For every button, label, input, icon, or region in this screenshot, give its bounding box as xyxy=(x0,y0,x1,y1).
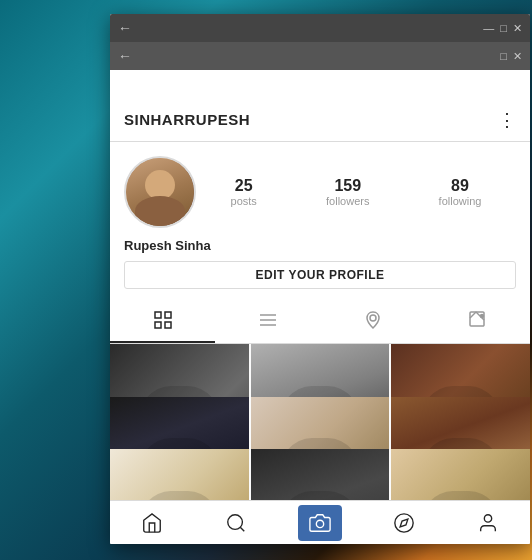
tab-location-view[interactable] xyxy=(320,299,425,343)
followers-count: 159 xyxy=(326,177,369,195)
outer-window: ← — □ ✕ ← □ ✕ SINHARRUPESH ⋮ xyxy=(110,14,530,544)
svg-marker-14 xyxy=(400,519,408,527)
inner-maximize-button[interactable]: □ xyxy=(500,50,507,63)
nav-search[interactable] xyxy=(214,501,258,545)
bottom-navbar xyxy=(110,500,530,544)
top-navbar: SINHARRUPESH ⋮ xyxy=(110,98,530,142)
profile-section: 25 posts 159 followers 89 following R xyxy=(110,142,530,299)
view-tabs xyxy=(110,299,530,344)
following-stat[interactable]: 89 following xyxy=(439,177,482,207)
svg-point-12 xyxy=(316,520,323,527)
following-count: 89 xyxy=(439,177,482,195)
avatar xyxy=(124,156,196,228)
photo-grid xyxy=(110,344,530,500)
svg-point-9 xyxy=(480,315,483,318)
svg-point-10 xyxy=(228,514,243,529)
posts-label: posts xyxy=(231,195,257,207)
stats-container: 25 posts 159 followers 89 following xyxy=(196,177,516,207)
nav-explore[interactable] xyxy=(382,501,426,545)
edit-profile-button[interactable]: EDIT YOUR PROFILE xyxy=(124,261,516,289)
svg-rect-3 xyxy=(165,322,171,328)
svg-rect-0 xyxy=(155,312,161,318)
inner-close-button[interactable]: ✕ xyxy=(513,50,522,63)
outer-window-controls: — □ ✕ xyxy=(483,22,522,35)
outer-title-bar: ← — □ ✕ xyxy=(110,14,530,42)
tab-tagged-view[interactable] xyxy=(425,299,530,343)
tab-grid-view[interactable] xyxy=(110,299,215,343)
followers-stat[interactable]: 159 followers xyxy=(326,177,369,207)
svg-point-13 xyxy=(395,513,413,531)
maximize-button[interactable]: □ xyxy=(500,22,507,35)
following-label: following xyxy=(439,195,482,207)
posts-stat: 25 posts xyxy=(231,177,257,207)
photo-cell-7[interactable] xyxy=(110,449,249,500)
inner-back-arrow[interactable]: ← xyxy=(118,48,132,64)
instagram-app: SINHARRUPESH ⋮ 25 posts 159 xyxy=(110,98,530,544)
svg-line-11 xyxy=(240,527,244,531)
profile-top: 25 posts 159 followers 89 following xyxy=(124,156,516,228)
followers-label: followers xyxy=(326,195,369,207)
inner-title-bar: ← □ ✕ xyxy=(110,42,530,70)
tab-list-view[interactable] xyxy=(215,299,320,343)
svg-rect-2 xyxy=(155,322,161,328)
inner-window-controls: □ ✕ xyxy=(500,50,522,63)
svg-point-7 xyxy=(370,315,376,321)
svg-rect-1 xyxy=(165,312,171,318)
close-button[interactable]: ✕ xyxy=(513,22,522,35)
nav-home[interactable] xyxy=(130,501,174,545)
profile-username: SINHARRUPESH xyxy=(124,111,250,128)
inner-window: ← □ ✕ SINHARRUPESH ⋮ xyxy=(110,42,530,544)
more-options-icon[interactable]: ⋮ xyxy=(498,109,516,131)
photo-cell-8[interactable] xyxy=(251,449,390,500)
photo-cell-9[interactable] xyxy=(391,449,530,500)
svg-point-15 xyxy=(484,514,491,521)
profile-name: Rupesh Sinha xyxy=(124,238,516,253)
nav-profile[interactable] xyxy=(466,501,510,545)
nav-camera[interactable] xyxy=(298,505,342,541)
minimize-button[interactable]: — xyxy=(483,22,494,35)
outer-back-arrow[interactable]: ← xyxy=(118,20,132,36)
avatar-image xyxy=(126,158,194,226)
posts-count: 25 xyxy=(231,177,257,195)
